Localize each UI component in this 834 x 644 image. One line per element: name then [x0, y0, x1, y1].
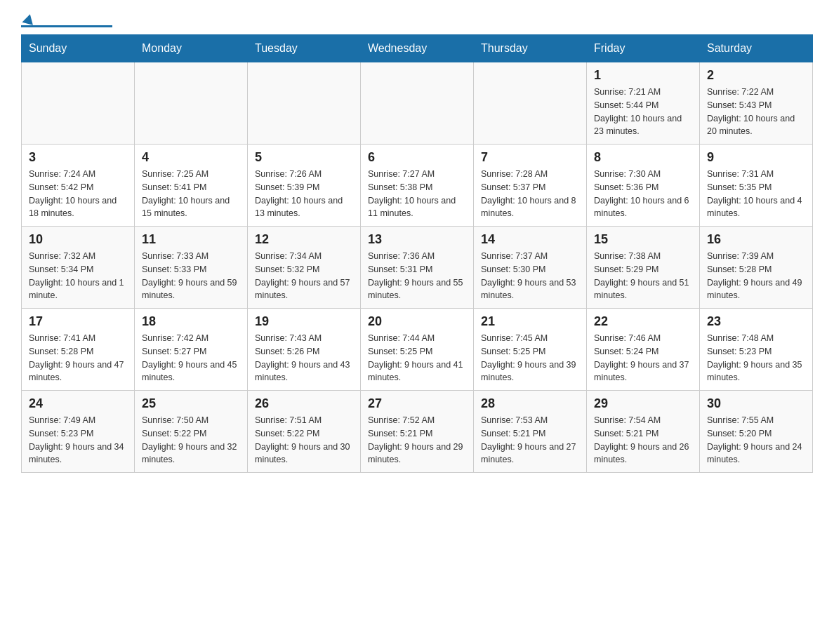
calendar-cell [248, 62, 361, 145]
calendar-cell [22, 62, 135, 145]
calendar-cell: 26Sunrise: 7:51 AM Sunset: 5:22 PM Dayli… [248, 391, 361, 473]
calendar-cell: 12Sunrise: 7:34 AM Sunset: 5:32 PM Dayli… [248, 227, 361, 309]
calendar-cell [474, 62, 587, 145]
day-number: 26 [255, 396, 353, 411]
day-number: 23 [707, 314, 805, 329]
day-number: 9 [707, 150, 805, 165]
calendar-cell: 5Sunrise: 7:26 AM Sunset: 5:39 PM Daylig… [248, 145, 361, 227]
day-info: Sunrise: 7:30 AM Sunset: 5:36 PM Dayligh… [594, 168, 692, 220]
day-info: Sunrise: 7:27 AM Sunset: 5:38 PM Dayligh… [368, 168, 466, 220]
calendar-week-row: 24Sunrise: 7:49 AM Sunset: 5:23 PM Dayli… [22, 391, 813, 473]
calendar-cell: 9Sunrise: 7:31 AM Sunset: 5:35 PM Daylig… [700, 145, 813, 227]
calendar-week-row: 3Sunrise: 7:24 AM Sunset: 5:42 PM Daylig… [22, 145, 813, 227]
day-number: 29 [594, 396, 692, 411]
day-number: 6 [368, 150, 466, 165]
calendar-cell: 17Sunrise: 7:41 AM Sunset: 5:28 PM Dayli… [22, 309, 135, 391]
day-info: Sunrise: 7:21 AM Sunset: 5:44 PM Dayligh… [594, 86, 692, 138]
calendar-cell: 21Sunrise: 7:45 AM Sunset: 5:25 PM Dayli… [474, 309, 587, 391]
calendar-cell: 7Sunrise: 7:28 AM Sunset: 5:37 PM Daylig… [474, 145, 587, 227]
day-info: Sunrise: 7:48 AM Sunset: 5:23 PM Dayligh… [707, 332, 805, 384]
day-number: 20 [368, 314, 466, 329]
calendar-cell: 8Sunrise: 7:30 AM Sunset: 5:36 PM Daylig… [587, 145, 700, 227]
day-number: 14 [481, 232, 579, 247]
header-friday: Friday [587, 35, 700, 62]
day-info: Sunrise: 7:54 AM Sunset: 5:21 PM Dayligh… [594, 414, 692, 467]
day-number: 16 [707, 232, 805, 247]
calendar-cell: 3Sunrise: 7:24 AM Sunset: 5:42 PM Daylig… [22, 145, 135, 227]
header-monday: Monday [135, 35, 248, 62]
calendar-cell: 13Sunrise: 7:36 AM Sunset: 5:31 PM Dayli… [361, 227, 474, 309]
calendar-cell: 22Sunrise: 7:46 AM Sunset: 5:24 PM Dayli… [587, 309, 700, 391]
calendar-cell: 18Sunrise: 7:42 AM Sunset: 5:27 PM Dayli… [135, 309, 248, 391]
day-info: Sunrise: 7:25 AM Sunset: 5:41 PM Dayligh… [142, 168, 240, 220]
calendar-cell: 4Sunrise: 7:25 AM Sunset: 5:41 PM Daylig… [135, 145, 248, 227]
page-header [21, 14, 813, 27]
day-info: Sunrise: 7:52 AM Sunset: 5:21 PM Dayligh… [368, 414, 466, 467]
calendar-cell: 27Sunrise: 7:52 AM Sunset: 5:21 PM Dayli… [361, 391, 474, 473]
day-info: Sunrise: 7:28 AM Sunset: 5:37 PM Dayligh… [481, 168, 579, 220]
calendar-cell [135, 62, 248, 145]
calendar-cell: 30Sunrise: 7:55 AM Sunset: 5:20 PM Dayli… [700, 391, 813, 473]
day-info: Sunrise: 7:31 AM Sunset: 5:35 PM Dayligh… [707, 168, 805, 220]
day-number: 3 [29, 150, 127, 165]
calendar-cell: 23Sunrise: 7:48 AM Sunset: 5:23 PM Dayli… [700, 309, 813, 391]
day-info: Sunrise: 7:26 AM Sunset: 5:39 PM Dayligh… [255, 168, 353, 220]
calendar-cell: 29Sunrise: 7:54 AM Sunset: 5:21 PM Dayli… [587, 391, 700, 473]
day-number: 22 [594, 314, 692, 329]
day-info: Sunrise: 7:32 AM Sunset: 5:34 PM Dayligh… [29, 250, 127, 302]
calendar-cell: 14Sunrise: 7:37 AM Sunset: 5:30 PM Dayli… [474, 227, 587, 309]
day-number: 27 [368, 396, 466, 411]
day-number: 19 [255, 314, 353, 329]
day-number: 21 [481, 314, 579, 329]
calendar-cell: 11Sunrise: 7:33 AM Sunset: 5:33 PM Dayli… [135, 227, 248, 309]
day-number: 8 [594, 150, 692, 165]
calendar-cell: 15Sunrise: 7:38 AM Sunset: 5:29 PM Dayli… [587, 227, 700, 309]
day-number: 1 [594, 68, 692, 83]
day-number: 15 [594, 232, 692, 247]
day-info: Sunrise: 7:45 AM Sunset: 5:25 PM Dayligh… [481, 332, 579, 384]
day-number: 25 [142, 396, 240, 411]
day-info: Sunrise: 7:49 AM Sunset: 5:23 PM Dayligh… [29, 414, 127, 467]
day-info: Sunrise: 7:46 AM Sunset: 5:24 PM Dayligh… [594, 332, 692, 384]
day-number: 7 [481, 150, 579, 165]
calendar-header-row: SundayMondayTuesdayWednesdayThursdayFrid… [22, 35, 813, 62]
day-info: Sunrise: 7:44 AM Sunset: 5:25 PM Dayligh… [368, 332, 466, 384]
calendar-cell: 6Sunrise: 7:27 AM Sunset: 5:38 PM Daylig… [361, 145, 474, 227]
day-info: Sunrise: 7:51 AM Sunset: 5:22 PM Dayligh… [255, 414, 353, 467]
day-number: 5 [255, 150, 353, 165]
day-info: Sunrise: 7:22 AM Sunset: 5:43 PM Dayligh… [707, 86, 805, 138]
day-info: Sunrise: 7:50 AM Sunset: 5:22 PM Dayligh… [142, 414, 240, 467]
calendar-week-row: 10Sunrise: 7:32 AM Sunset: 5:34 PM Dayli… [22, 227, 813, 309]
calendar-cell: 24Sunrise: 7:49 AM Sunset: 5:23 PM Dayli… [22, 391, 135, 473]
day-number: 2 [707, 68, 805, 83]
calendar-cell: 10Sunrise: 7:32 AM Sunset: 5:34 PM Dayli… [22, 227, 135, 309]
day-info: Sunrise: 7:39 AM Sunset: 5:28 PM Dayligh… [707, 250, 805, 302]
day-number: 10 [29, 232, 127, 247]
header-thursday: Thursday [474, 35, 587, 62]
day-number: 13 [368, 232, 466, 247]
calendar-cell: 25Sunrise: 7:50 AM Sunset: 5:22 PM Dayli… [135, 391, 248, 473]
header-wednesday: Wednesday [361, 35, 474, 62]
day-info: Sunrise: 7:41 AM Sunset: 5:28 PM Dayligh… [29, 332, 127, 384]
day-info: Sunrise: 7:43 AM Sunset: 5:26 PM Dayligh… [255, 332, 353, 384]
header-saturday: Saturday [700, 35, 813, 62]
calendar-cell: 16Sunrise: 7:39 AM Sunset: 5:28 PM Dayli… [700, 227, 813, 309]
day-number: 30 [707, 396, 805, 411]
day-number: 12 [255, 232, 353, 247]
logo [21, 14, 112, 27]
day-info: Sunrise: 7:37 AM Sunset: 5:30 PM Dayligh… [481, 250, 579, 302]
day-info: Sunrise: 7:42 AM Sunset: 5:27 PM Dayligh… [142, 332, 240, 384]
day-info: Sunrise: 7:55 AM Sunset: 5:20 PM Dayligh… [707, 414, 805, 467]
day-info: Sunrise: 7:33 AM Sunset: 5:33 PM Dayligh… [142, 250, 240, 302]
calendar-cell: 19Sunrise: 7:43 AM Sunset: 5:26 PM Dayli… [248, 309, 361, 391]
logo-triangle-icon [22, 13, 35, 25]
calendar-week-row: 17Sunrise: 7:41 AM Sunset: 5:28 PM Dayli… [22, 309, 813, 391]
header-tuesday: Tuesday [248, 35, 361, 62]
calendar-cell: 1Sunrise: 7:21 AM Sunset: 5:44 PM Daylig… [587, 62, 700, 145]
day-info: Sunrise: 7:24 AM Sunset: 5:42 PM Dayligh… [29, 168, 127, 220]
day-info: Sunrise: 7:53 AM Sunset: 5:21 PM Dayligh… [481, 414, 579, 467]
calendar-week-row: 1Sunrise: 7:21 AM Sunset: 5:44 PM Daylig… [22, 62, 813, 145]
calendar-cell: 20Sunrise: 7:44 AM Sunset: 5:25 PM Dayli… [361, 309, 474, 391]
calendar-cell: 2Sunrise: 7:22 AM Sunset: 5:43 PM Daylig… [700, 62, 813, 145]
day-number: 11 [142, 232, 240, 247]
